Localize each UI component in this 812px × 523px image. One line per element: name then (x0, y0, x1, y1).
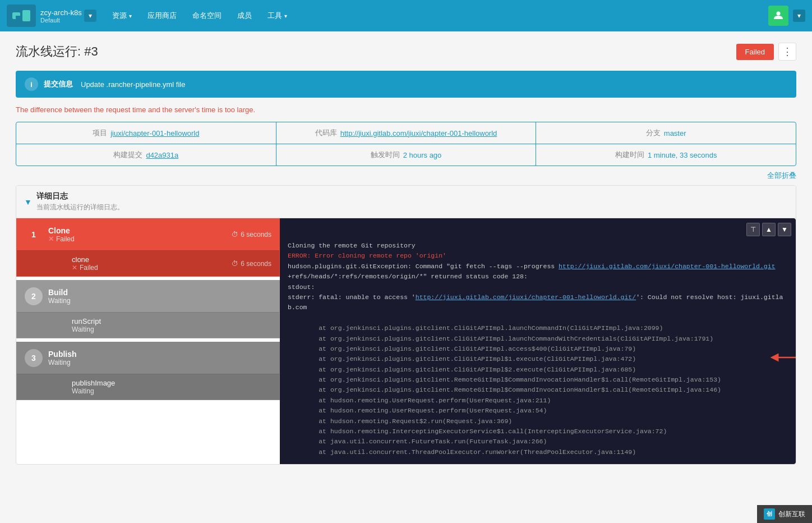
log-line-15: at hudson.remoting.UserRequest.perform(U… (288, 406, 788, 416)
meta-commit-value[interactable]: d42a931a (146, 151, 178, 159)
log-line-1: Cloning the remote Git repository (288, 241, 788, 251)
log-scroll-top-button[interactable]: ⊤ (746, 223, 760, 236)
log-line-13: at org.jenkinsci.plugins.gitclient.Remot… (288, 385, 788, 395)
sub-stage-2-1-name: runScript (72, 317, 101, 325)
stage-1-time-value: 6 seconds (241, 231, 271, 238)
nav-item-tools[interactable]: 工具 ▾ (261, 7, 294, 24)
log-line-4: +refs/heads/*:refs/remotes/origin/*" ret… (288, 272, 788, 282)
log-scroll-up-button[interactable]: ▲ (762, 223, 776, 236)
top-nav: zcy-arch-k8s Default ▾ 资源 ▾ 应用商店 命名空间 成员… (0, 0, 812, 31)
stage-3-info: Publish Waiting (48, 350, 77, 366)
nav-avatar[interactable] (768, 6, 788, 26)
log-line-empty (288, 313, 788, 323)
sub-stage-3-1[interactable]: publishImage Waiting (17, 374, 279, 400)
log-link-2[interactable]: http://jiuxi.gitlab.com/jiuxi/chapter-00… (416, 293, 636, 301)
log-link-1[interactable]: http://jiuxi.gitlab.com/jiuxi/chapter-00… (559, 263, 775, 270)
log-output-panel: ⊤ ▲ ▼ Cloning the remote Git repository … (280, 218, 796, 464)
sub-stage-3-1-status: Waiting (72, 387, 115, 395)
page-content: 流水线运行: #3 Failed ⋮ i 提交信息 Update .ranche… (0, 31, 812, 478)
sub-stage-1-1-time-value: 6 seconds (241, 260, 271, 268)
log-line-9: at org.jenkinsci.plugins.gitclient.CliGi… (288, 344, 788, 354)
meta-trigger-value: 2 hours ago (403, 151, 442, 159)
logs-section: ▼ 详细日志 当前流水线运行的详细日志。 1 Clone ✕ (16, 185, 796, 465)
clock-icon-1: ⏱ (232, 231, 238, 238)
nav-logo (7, 4, 36, 27)
log-content[interactable]: Cloning the remote Git repository ERROR:… (280, 218, 796, 464)
meta-project-value[interactable]: jiuxi/chapter-001-helloworld (110, 129, 199, 137)
meta-project: 项目 jiuxi/chapter-001-helloworld (16, 122, 276, 144)
stage-1-header[interactable]: 1 Clone ✕ Failed ⏱ 6 seconds (17, 219, 279, 250)
pipeline-stages: 1 Clone ✕ Failed ⏱ 6 seconds (16, 218, 280, 464)
sub-stage-1-1-info: clone ✕ Failed (72, 255, 98, 272)
menu-button[interactable]: ⋮ (778, 43, 796, 61)
pipeline-layout: 1 Clone ✕ Failed ⏱ 6 seconds (16, 218, 796, 464)
meta-row-2: 构建提交 d42a931a 触发时间 2 hours ago 构建时间 1 mi… (16, 144, 796, 166)
nav-project-dropdown[interactable]: ▾ (84, 10, 96, 22)
stage-1-block: 1 Clone ✕ Failed ⏱ 6 seconds (16, 218, 280, 277)
stage-1-num: 1 (25, 226, 43, 244)
log-line-17: at hudson.remoting.InterceptingExecutorS… (288, 426, 788, 437)
stage-3-header[interactable]: 3 Publish Waiting (17, 342, 279, 374)
stage-2-status: Waiting (48, 297, 71, 305)
log-line-3: hudson.plugins.git.GitException: Command… (288, 262, 788, 272)
svg-rect-1 (22, 10, 30, 21)
stage-2-block: 2 Build Waiting runScript Waiting (16, 280, 280, 338)
svg-rect-2 (16, 16, 20, 19)
nav-item-resources[interactable]: 资源 ▾ (105, 7, 139, 24)
stage-1-info: Clone ✕ Failed (48, 226, 75, 243)
stage-1-time: ⏱ 6 seconds (232, 231, 271, 238)
sub-stage-1-1[interactable]: clone ✕ Failed ⏱ 6 seconds (17, 250, 279, 276)
nav-project: zcy-arch-k8s Default (40, 8, 82, 24)
page-title: 流水线运行: #3 (16, 43, 98, 60)
nav-item-namespaces[interactable]: 命名空间 (186, 7, 228, 24)
sub-stage-3-1-name: publishImage (72, 379, 115, 387)
stage-2-name: Build (48, 288, 71, 297)
meta-repo-label: 代码库 (315, 128, 337, 138)
nav-items: 资源 ▾ 应用商店 命名空间 成员 工具 ▾ (105, 7, 768, 24)
meta-buildtime-value: 1 minute, 33 seconds (648, 151, 717, 159)
stage-3-name: Publish (48, 350, 77, 359)
log-line-16: at hudson.remoting.Request$2.run(Request… (288, 416, 788, 426)
info-bar: i 提交信息 Update .rancher-pipeline.yml file (16, 71, 796, 98)
meta-branch-label: 分支 (646, 128, 661, 138)
log-line-5: stdout: (288, 282, 788, 292)
nav-project-env: Default (40, 17, 82, 24)
stage-2-num: 2 (25, 287, 43, 305)
sub-stage-1-1-status: ✕ Failed (72, 264, 98, 272)
meta-commit: 构建提交 d42a931a (16, 144, 276, 166)
stage-1-name: Clone (48, 226, 75, 235)
log-line-18: at java.util.concurrent.FutureTask.run(F… (288, 437, 788, 447)
log-toolbar: ⊤ ▲ ▼ (746, 223, 791, 236)
log-line-19: at java.util.concurrent.ThreadPoolExecut… (288, 447, 788, 457)
log-line-14: at hudson.remoting.UserRequest.perform(U… (288, 396, 788, 406)
meta-commit-label: 构建提交 (113, 150, 142, 160)
log-line-12: at org.jenkinsci.plugins.gitclient.Remot… (288, 375, 788, 385)
chevron-down-icon[interactable]: ▼ (24, 198, 32, 207)
meta-repo-value[interactable]: http://jiuxi.gitlab.com/jiuxi/chapter-00… (340, 129, 497, 137)
stage-3-status: Waiting (48, 359, 77, 366)
logs-header: ▼ 详细日志 当前流水线运行的详细日志。 (16, 186, 796, 218)
info-label: 提交信息 (44, 79, 73, 89)
error-text: The difference between the request time … (16, 105, 796, 114)
meta-row-1: 项目 jiuxi/chapter-001-helloworld 代码库 http… (16, 122, 796, 144)
nav-dropdown-right[interactable]: ▾ (793, 10, 805, 22)
fold-all-button[interactable]: 全部折叠 (767, 171, 796, 181)
log-line-10: at org.jenkinsci.plugins.gitclient.CliGi… (288, 354, 788, 364)
log-line-7: at org.jenkinsci.plugins.gitclient.CliGi… (288, 323, 788, 333)
nav-item-members[interactable]: 成员 (230, 7, 259, 24)
log-line-8: at org.jenkinsci.plugins.gitclient.CliGi… (288, 334, 788, 344)
stage-2-header[interactable]: 2 Build Waiting (17, 281, 279, 312)
nav-right: ▾ (768, 6, 805, 26)
sub-stage-2-1[interactable]: runScript Waiting (17, 312, 279, 338)
sub-stage-2-1-status: Waiting (72, 325, 101, 333)
failed-status-button[interactable]: Failed (736, 44, 774, 60)
page-header: 流水线运行: #3 Failed ⋮ (16, 43, 796, 61)
meta-trigger-label: 触发时间 (371, 150, 400, 160)
stage-1-status-text: Failed (56, 235, 75, 243)
stage-3-num: 3 (25, 349, 43, 367)
stage-2-info: Build Waiting (48, 288, 71, 305)
nav-item-appstore[interactable]: 应用商店 (141, 7, 183, 24)
meta-project-label: 项目 (93, 128, 107, 138)
log-line-6: stderr: fatal: unable to access 'http://… (288, 292, 788, 313)
log-scroll-down-button[interactable]: ▼ (778, 223, 791, 236)
